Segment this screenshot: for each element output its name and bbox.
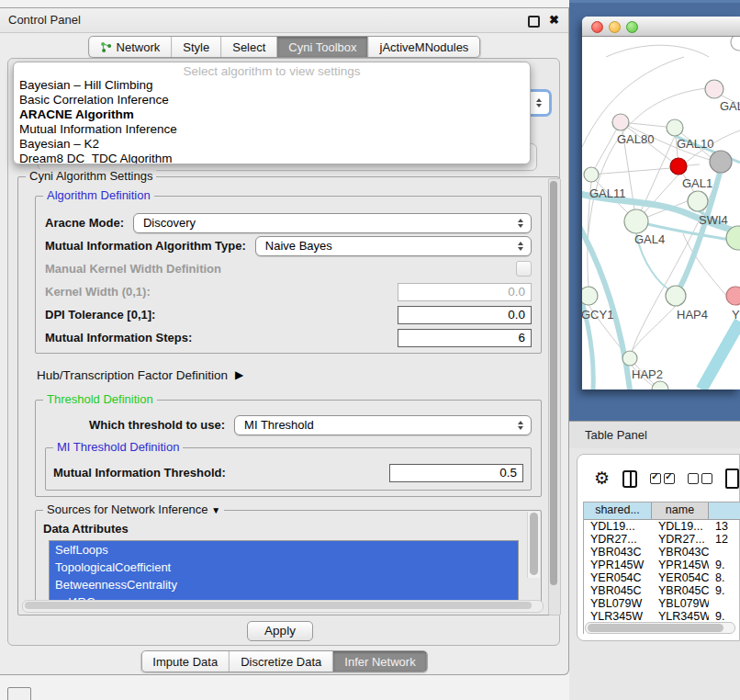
mi-algorithm-type-combobox[interactable]: Naive Bayes [255, 236, 532, 256]
tab-select[interactable]: Select [221, 37, 277, 57]
list-item[interactable]: BetweennessCentrality [50, 576, 518, 593]
table-row[interactable]: YBR045C YBR045C 9. [584, 584, 740, 597]
minimized-panel-button[interactable] [7, 687, 31, 700]
attributes-vertical-scrollbar[interactable] [527, 512, 540, 578]
close-traffic-light-icon[interactable] [591, 21, 603, 33]
gear-icon[interactable]: ⚙ [594, 469, 610, 488]
tab-label: Style [183, 40, 209, 54]
algorithm-definition-legend: Algorithm Definition [43, 188, 154, 202]
table-row[interactable]: YLR345W YLR345W 9. [584, 610, 740, 623]
table-row[interactable]: YDL19... YDL19... 13 [584, 520, 740, 533]
list-item[interactable]: SelfLoops [50, 541, 518, 559]
deselect-all-columns-icon[interactable] [688, 473, 712, 484]
list-item[interactable]: TopologicalCoefficient [50, 559, 518, 576]
tab-style[interactable]: Style [172, 37, 221, 57]
tab-cyni-toolbox[interactable]: Cyni Toolbox [277, 37, 368, 57]
which-threshold-value: MI Threshold [244, 418, 314, 432]
node-hap2[interactable] [622, 351, 637, 366]
tab-label: jActiveMNodules [380, 40, 469, 54]
tab-jactivemnodules[interactable]: jActiveMNodules [369, 37, 480, 57]
cell-value: 9. [709, 610, 740, 623]
sources-legend[interactable]: Sources for Network Inference ▼ [43, 502, 224, 516]
tab-label: Impute Data [152, 655, 218, 669]
settings-horizontal-scrollbar[interactable] [22, 600, 544, 613]
close-icon[interactable]: ✖ [549, 12, 559, 28]
node-gal11[interactable] [584, 167, 599, 182]
network-window-titlebar[interactable] [582, 17, 740, 37]
manual-kernel-checkbox[interactable] [516, 261, 532, 277]
tab-network[interactable]: Network [89, 37, 173, 57]
mi-threshold-definition-group: MI Threshold Definition Mutual Informati… [45, 447, 532, 491]
dpi-tolerance-input[interactable]: 0.0 [398, 306, 532, 324]
cell-shared-name: YER054C [584, 571, 652, 584]
menu-item[interactable]: ARACNE Algorithm [14, 107, 530, 122]
threshold-definition-legend: Threshold Definition [43, 392, 157, 406]
node-gal80[interactable] [612, 114, 629, 130]
tab-label: Cyni Toolbox [288, 40, 356, 54]
tab-impute-data[interactable]: Impute Data [141, 651, 230, 672]
mi-threshold-input[interactable]: 0.5 [389, 464, 523, 482]
node-gal10[interactable] [667, 119, 683, 136]
select-all-columns-icon[interactable] [650, 473, 675, 484]
node-label: GAL10 [677, 137, 713, 151]
kernel-width-input[interactable]: 0.0 [398, 283, 532, 301]
column-header[interactable]: name [652, 502, 709, 519]
combo-stepper-icon [518, 421, 523, 430]
expander-right-icon: ▶ [235, 368, 243, 381]
aracne-mode-combobox[interactable]: Discovery [133, 213, 532, 233]
table-row[interactable]: YER054C YER054C 8. [584, 571, 740, 584]
tab-discretize-data[interactable]: Discretize Data [230, 651, 333, 672]
menu-item[interactable]: Dream8 DC_TDC Algorithm [14, 152, 530, 164]
tab-label: Network [117, 40, 161, 54]
column-header[interactable] [709, 502, 740, 519]
node-partial-bottom[interactable] [652, 381, 668, 390]
table-horizontal-scrollbar[interactable] [585, 622, 735, 634]
network-canvas[interactable]: GAL GAL80 GAL10 GAL1 GAL11 SWI4 GAL4 GCY… [582, 37, 740, 390]
node-gal1[interactable] [688, 191, 708, 211]
table-row[interactable]: YBR043C YBR043C [584, 546, 740, 559]
kernel-width-label: Kernel Width (0,1): [45, 285, 151, 299]
node-label: HAP2 [632, 367, 663, 381]
menu-item[interactable]: Bayesian – K2 [14, 137, 530, 152]
cell-value: 8. [709, 571, 740, 584]
node-unlabeled[interactable] [731, 37, 740, 51]
cell-shared-name: YBR045C [584, 584, 652, 597]
node-label: GAL4 [634, 232, 665, 246]
menu-item[interactable]: Bayesian – Hill Climbing [14, 78, 530, 93]
column-header[interactable]: shared... [584, 502, 652, 519]
hub-transcription-factor-expander[interactable]: Hub/Transcription Factor Definition ▶ [37, 365, 542, 385]
menu-item[interactable]: Basic Correlation Inference [14, 93, 530, 107]
node-gcy1[interactable] [582, 287, 598, 305]
popup-placeholder: Select algorithm to view settings [14, 64, 530, 78]
cell-name: YBR043C [652, 546, 709, 559]
cyni-algorithm-settings-group: Cyni Algorithm Settings Algorithm Defini… [17, 176, 559, 615]
node-gray[interactable] [710, 151, 732, 173]
apply-button[interactable]: Apply [247, 621, 313, 641]
split-view-icon[interactable] [622, 470, 637, 488]
cell-name: YBR045C [652, 584, 709, 597]
panel-title: Control Panel [8, 8, 81, 32]
zoom-traffic-light-icon[interactable] [626, 21, 638, 33]
cell-shared-name: YLR345W [584, 610, 652, 623]
combo-stepper-icon [536, 98, 542, 107]
settings-vertical-scrollbar[interactable] [548, 178, 561, 615]
cell-value: 12 [709, 533, 740, 546]
node-selected-red[interactable] [670, 158, 687, 175]
node-label: SWI4 [699, 213, 728, 227]
which-threshold-label: Which threshold to use: [89, 418, 225, 432]
table-row[interactable]: YDR27... YDR27... 12 [584, 533, 740, 546]
node-hap4[interactable] [666, 286, 686, 306]
node-pink[interactable] [726, 287, 740, 305]
node-gal[interactable] [705, 80, 723, 98]
table-row[interactable]: YPR145W YPR145W 9. [584, 559, 740, 571]
menu-item[interactable]: Mutual Information Inference [14, 122, 530, 137]
table-row[interactable]: YBL079W YBL079W [584, 597, 740, 610]
mi-threshold-label: Mutual Information Threshold: [53, 466, 226, 480]
file-icon[interactable] [725, 469, 739, 489]
which-threshold-combobox[interactable]: MI Threshold [234, 415, 532, 435]
mi-steps-input[interactable]: 6 [398, 329, 532, 347]
tab-infer-network[interactable]: Infer Network [333, 651, 426, 672]
node-gal4[interactable] [624, 209, 648, 233]
float-icon[interactable] [528, 16, 540, 28]
minimize-traffic-light-icon[interactable] [609, 21, 621, 33]
